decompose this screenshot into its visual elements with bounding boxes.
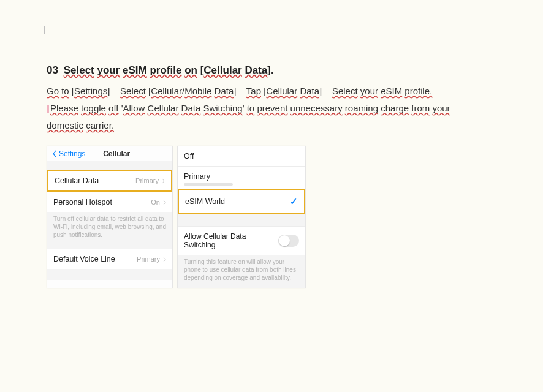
step-title: Select your eSIM profile on [Cellular Da… — [64, 64, 274, 76]
row-esim-world[interactable]: eSIM World ✓ — [178, 189, 305, 214]
row-primary[interactable]: Primary — [178, 166, 305, 189]
warning-mark — [47, 105, 49, 113]
panel-title: Cellular — [75, 149, 158, 158]
instruction-content: 03 Select your eSIM profile on [Cellular… — [47, 64, 500, 134]
row-value: On — [151, 198, 166, 206]
chevron-right-icon — [162, 200, 166, 205]
step-number: 03 — [47, 64, 58, 76]
ios-panel-cellular: Settings Cellular Cellular Data Primary … — [47, 146, 173, 288]
checkmark-icon: ✓ — [290, 196, 298, 207]
toggle-switch-off[interactable] — [278, 235, 299, 247]
row-label: Allow Cellular Data Switching — [184, 232, 278, 249]
chevron-right-icon — [161, 178, 165, 184]
row-label: Personal Hotspot — [53, 198, 112, 206]
screenshot-row: Settings Cellular Cellular Data Primary … — [47, 146, 306, 288]
crop-mark-top-left — [44, 26, 53, 34]
spacer — [178, 214, 305, 226]
row-value: Primary — [135, 177, 165, 184]
ios-panel-data-lines: Off Primary eSIM World ✓ Allow Cellular … — [177, 146, 306, 288]
crop-mark-top-right — [501, 26, 509, 34]
row-cellular-data[interactable]: Cellular Data Primary — [47, 170, 172, 192]
row-voice-line[interactable]: Default Voice Line Primary — [47, 249, 172, 269]
row-label: Off — [184, 152, 194, 160]
row-hotspot[interactable]: Personal Hotspot On — [47, 192, 172, 212]
step-heading: 03 Select your eSIM profile on [Cellular… — [47, 64, 500, 77]
row-off[interactable]: Off — [178, 146, 305, 166]
row-data-switching[interactable]: Allow Cellular Data Switching — [178, 226, 305, 255]
instruction-line-1: Go to [Settings] – Select [Cellular/Mobi… — [47, 83, 500, 100]
row-value: Primary — [137, 255, 166, 263]
chevron-left-icon — [52, 150, 58, 157]
spacer — [47, 161, 172, 170]
row-label: eSIM World — [185, 197, 225, 206]
panel-header: Settings Cellular — [47, 146, 172, 161]
panel-note: Turning this feature on will allow your … — [178, 255, 305, 288]
row-label: Cellular Data — [55, 176, 99, 185]
instruction-line-3: domestic carrier. — [47, 117, 500, 134]
panel-note: Turn off cellular data to restrict all d… — [47, 212, 172, 245]
loading-bar — [184, 183, 233, 186]
spacer — [47, 269, 172, 280]
chevron-right-icon — [162, 257, 166, 262]
row-label: Default Voice Line — [53, 255, 115, 263]
instruction-line-2: Please toggle off 'Allow Cellular Data S… — [47, 100, 500, 117]
row-label: Primary — [184, 172, 210, 181]
